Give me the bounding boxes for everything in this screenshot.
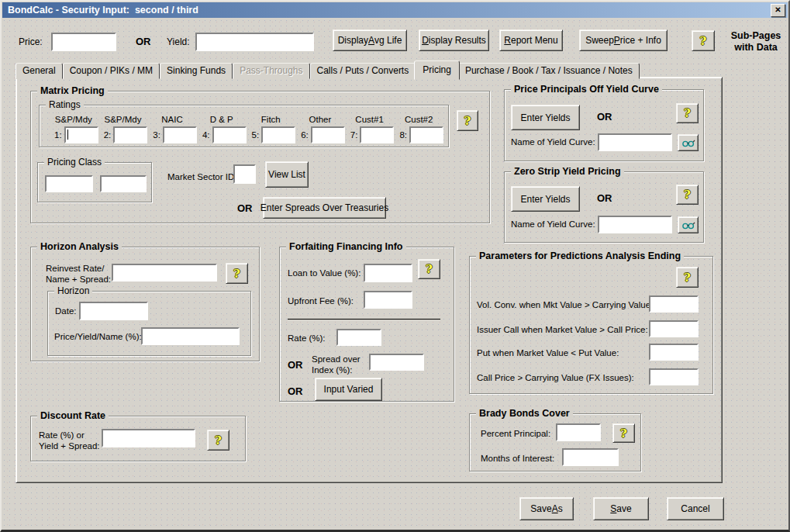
predictions-row-label: Issuer Call when Market Value > Call Pri… (477, 325, 648, 335)
yield-input[interactable] (195, 33, 314, 51)
help-icon: ? (215, 434, 222, 447)
percent-principal-input[interactable] (556, 423, 601, 441)
percent-principal-label: Percent Principal: (481, 429, 550, 439)
predictions-row-input-1[interactable] (649, 295, 699, 313)
horizon-price-input[interactable] (141, 327, 240, 345)
predictions-row-input-3[interactable] (649, 344, 699, 361)
tab-sinking-funds[interactable]: Sinking Funds (160, 63, 233, 79)
report-menu-button[interactable]: Report Menu (499, 29, 563, 51)
pricing-tab-page: Matrix Pricing Ratings S&P/Mdy 1: S&P/Md… (16, 77, 723, 483)
discount-rate-input[interactable] (102, 429, 195, 447)
rating-cell-2: S&P/Mdy 2: (98, 115, 148, 143)
or-text: OR (288, 359, 303, 371)
horizon-help-button[interactable]: ? (226, 263, 248, 284)
rating-input-6[interactable] (311, 126, 345, 143)
rating-cell-4: D & P 4: (197, 115, 247, 143)
tab-coupon-piks-mm[interactable]: Coupon / PIKs / MM (63, 63, 160, 79)
horizon-analysis-group: Horizon Analysis Reinvest Rate/ Name + S… (30, 247, 260, 361)
forfaiting-group: Forfaiting Financing Info Loan to Value … (279, 247, 454, 402)
or-text: OR (237, 202, 253, 214)
discount-rate-label: Rate (%) or Yield + Spread: (39, 430, 100, 451)
yield-curve-name-input[interactable] (598, 216, 672, 233)
pricing-class-input-1[interactable] (45, 175, 93, 192)
tab-purchase-book-tax-issuance-notes[interactable]: Purchase / Book / Tax / Issuance / Notes (458, 63, 640, 79)
input-varied-button[interactable]: Input Varied (315, 378, 382, 401)
predictions-help-button[interactable]: ? (676, 267, 699, 288)
horizon-date-input[interactable] (79, 302, 148, 320)
or-text: OR (136, 36, 151, 47)
predictions-row-label: Call Price > Carrying Value (FX Issues): (477, 373, 634, 383)
price-input[interactable] (51, 33, 116, 51)
browse-yield-curve-button[interactable] (678, 134, 699, 151)
rating-input-2[interactable] (113, 126, 147, 143)
spread-over-index-input[interactable] (369, 354, 424, 371)
help-icon: ? (233, 267, 240, 281)
tab-calls-puts-converts[interactable]: Calls / Puts / Converts (310, 63, 416, 79)
market-sector-id-label: Market Sector ID: (167, 172, 236, 182)
glasses-icon (681, 220, 695, 230)
rating-input-8[interactable] (409, 126, 443, 143)
text-cursor (67, 130, 68, 140)
reinvest-rate-input[interactable] (112, 264, 217, 282)
cancel-button[interactable]: Cancel (667, 497, 724, 520)
brady-help-button[interactable]: ? (612, 423, 635, 443)
matrix-pricing-help-button[interactable]: ? (457, 110, 478, 131)
reinvest-rate-label: Reinvest Rate/ Name + Spread: (46, 263, 111, 285)
display-results-button[interactable]: Display Results (419, 29, 489, 51)
yield-curve-name-input[interactable] (598, 133, 672, 151)
loan-to-value-input[interactable] (364, 264, 412, 282)
tab-pass-throughs: Pass-Throughs (233, 63, 309, 79)
matrix-pricing-group: Matrix Pricing Ratings S&P/Mdy 1: S&P/Md… (30, 91, 490, 223)
save-button[interactable]: Save (593, 497, 649, 520)
rating-input-5[interactable] (261, 126, 295, 143)
brady-bonds-group: Brady Bonds Cover Percent Principal: ? M… (469, 413, 641, 472)
predictions-row-input-4[interactable] (649, 368, 699, 385)
upfront-fee-input[interactable] (364, 291, 412, 309)
tab-general[interactable]: General (16, 63, 63, 79)
or-text: OR (597, 192, 612, 204)
titlebar: BondCalc - Security Input: second / thir… (2, 2, 788, 18)
view-list-button[interactable]: View List (265, 161, 309, 188)
predictions-row-input-2[interactable] (649, 320, 699, 337)
loan-to-value-label: Loan to Value (%): (288, 268, 361, 278)
horizon-title: Horizon (54, 285, 92, 297)
close-icon: ✕ (774, 6, 781, 14)
help-icon: ? (684, 271, 691, 285)
horizon-analysis-title: Horizon Analysis (37, 241, 122, 253)
rating-input-4[interactable] (212, 126, 247, 143)
date-label: Date: (55, 306, 77, 316)
discount-rate-help-button[interactable]: ? (207, 430, 229, 451)
zero-strip-title: Zero Strip Yield Pricing (511, 166, 624, 178)
save-as-button[interactable]: Save As (519, 497, 574, 520)
pricing-class-input-2[interactable] (100, 175, 147, 192)
close-button[interactable]: ✕ (771, 4, 785, 17)
months-of-interest-input[interactable] (562, 448, 619, 466)
toolbar-help-button[interactable]: ? (692, 30, 715, 51)
rating-input-7[interactable] (360, 126, 394, 143)
market-sector-id-input[interactable] (233, 164, 256, 184)
forfaiting-help-button[interactable]: ? (418, 259, 440, 279)
rate-input[interactable] (336, 329, 381, 346)
spread-over-index-label: Spread over Index (%): (312, 354, 361, 375)
rating-cell-5: Fitch 5: (247, 115, 296, 143)
zero-strip-help-button[interactable]: ? (676, 185, 699, 205)
rating-cell-7: Cust#1 7: (345, 115, 395, 143)
yield-curve-name-label: Name of Yield Curve: (511, 137, 595, 147)
pricing-class-title: Pricing Class (44, 157, 105, 168)
enter-yields-button[interactable]: Enter Yields (511, 186, 580, 212)
discount-rate-title: Discount Rate (37, 410, 109, 422)
enter-spreads-over-treasuries-button[interactable]: Enter Spreads Over Treasuries (263, 197, 386, 219)
sweep-price-info-button[interactable]: Sweep Price + Info (579, 29, 668, 51)
rating-input-3[interactable] (163, 126, 197, 143)
or-text: OR (597, 111, 612, 123)
rating-cell-1: S&P/Mdy 1: (49, 115, 98, 143)
help-icon: ? (684, 106, 691, 120)
price-principals-title: Price Principals Off Yield Curve (511, 84, 662, 95)
browse-yield-curve-button[interactable] (678, 216, 699, 233)
display-avg-life-button[interactable]: Display Avg Life (333, 29, 407, 51)
enter-yields-button[interactable]: Enter Yields (511, 105, 580, 130)
divider-line (288, 319, 440, 320)
tab-pricing[interactable]: Pricing (414, 60, 460, 80)
price-principals-help-button[interactable]: ? (676, 103, 699, 123)
rating-input-1[interactable] (64, 126, 98, 143)
